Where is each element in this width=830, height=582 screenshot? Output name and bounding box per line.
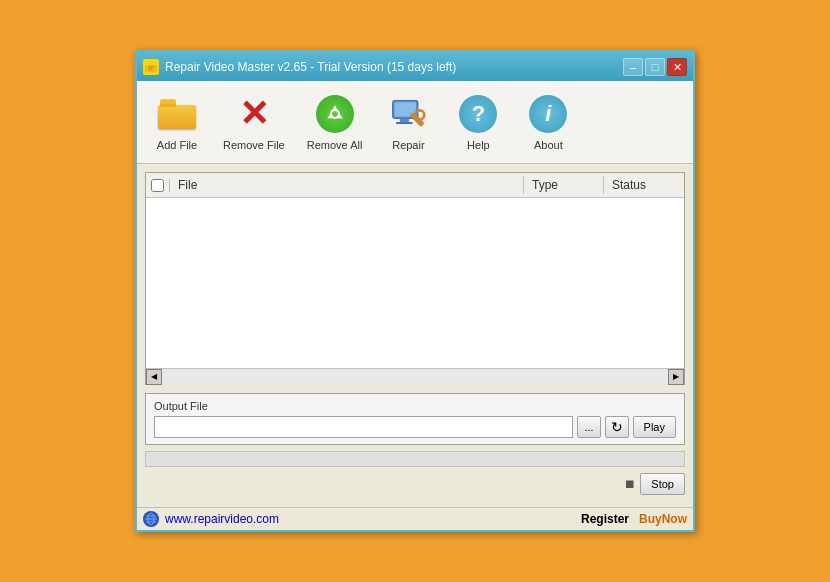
file-list-container: File Type Status ◀ ▶ — [145, 172, 685, 385]
repair-button[interactable]: Repair — [378, 89, 438, 155]
svg-point-5 — [331, 110, 339, 118]
title-bar-left: Repair Video Master v2.65 - Trial Versio… — [143, 59, 456, 75]
file-list-header: File Type Status — [146, 173, 684, 198]
remove-all-icon — [314, 93, 356, 135]
scroll-track[interactable] — [162, 369, 668, 385]
repair-label: Repair — [392, 139, 424, 151]
help-button[interactable]: ? Help — [448, 89, 508, 155]
scroll-right-arrow[interactable]: ▶ — [668, 369, 684, 385]
buynow-button[interactable]: BuyNow — [639, 512, 687, 526]
refresh-icon: ↻ — [611, 419, 623, 435]
column-header-file: File — [170, 176, 524, 194]
svg-rect-2 — [147, 61, 152, 65]
output-section: Output File ... ↻ Play — [145, 393, 685, 445]
close-button[interactable]: ✕ — [667, 58, 687, 76]
help-icon: ? — [457, 93, 499, 135]
refresh-button[interactable]: ↻ — [605, 416, 629, 438]
scroll-left-arrow[interactable]: ◀ — [146, 369, 162, 385]
maximize-button[interactable]: □ — [645, 58, 665, 76]
help-label: Help — [467, 139, 490, 151]
play-button[interactable]: Play — [633, 416, 676, 438]
register-button[interactable]: Register — [581, 512, 629, 526]
about-icon: i — [527, 93, 569, 135]
window-title: Repair Video Master v2.65 - Trial Versio… — [165, 60, 456, 74]
repair-icon — [387, 93, 429, 135]
remove-file-icon: ✕ — [233, 93, 275, 135]
app-icon — [143, 59, 159, 75]
file-list-body[interactable] — [146, 198, 684, 368]
about-label: About — [534, 139, 563, 151]
title-bar: Repair Video Master v2.65 - Trial Versio… — [137, 53, 693, 81]
about-button[interactable]: i About — [518, 89, 578, 155]
website-link[interactable]: www.repairvideo.com — [165, 512, 279, 526]
remove-file-button[interactable]: ✕ Remove File — [217, 89, 291, 155]
select-all-checkbox[interactable] — [151, 179, 164, 192]
remove-file-label: Remove File — [223, 139, 285, 151]
svg-rect-8 — [400, 119, 409, 123]
output-row: ... ↻ Play — [154, 416, 676, 438]
website-icon — [143, 511, 159, 527]
stop-button[interactable]: Stop — [640, 473, 685, 495]
column-header-type: Type — [524, 176, 604, 194]
add-file-label: Add File — [157, 139, 197, 151]
output-label: Output File — [154, 400, 676, 412]
minimize-button[interactable]: – — [623, 58, 643, 76]
select-all-checkbox-col — [146, 179, 170, 192]
toolbar: Add File ✕ Remove File Remov — [137, 81, 693, 164]
browse-button[interactable]: ... — [577, 416, 600, 438]
horizontal-scrollbar[interactable]: ◀ ▶ — [146, 368, 684, 384]
add-file-button[interactable]: Add File — [147, 89, 207, 155]
column-header-status: Status — [604, 176, 684, 194]
status-bar-left: www.repairvideo.com — [143, 511, 279, 527]
add-file-icon — [156, 93, 198, 135]
remove-all-label: Remove All — [307, 139, 363, 151]
status-bar-right: Register BuyNow — [581, 512, 687, 526]
content-area: File Type Status ◀ ▶ Output File ... ↻ — [137, 164, 693, 507]
output-input[interactable] — [154, 416, 573, 438]
main-window: Repair Video Master v2.65 - Trial Versio… — [135, 50, 695, 532]
stop-row: ⏹ Stop — [145, 473, 685, 495]
remove-all-button[interactable]: Remove All — [301, 89, 369, 155]
title-buttons: – □ ✕ — [623, 58, 687, 76]
progress-bar — [145, 451, 685, 467]
stop-icon: ⏹ — [624, 477, 636, 491]
status-bar: www.repairvideo.com Register BuyNow — [137, 507, 693, 530]
svg-rect-9 — [397, 122, 413, 124]
